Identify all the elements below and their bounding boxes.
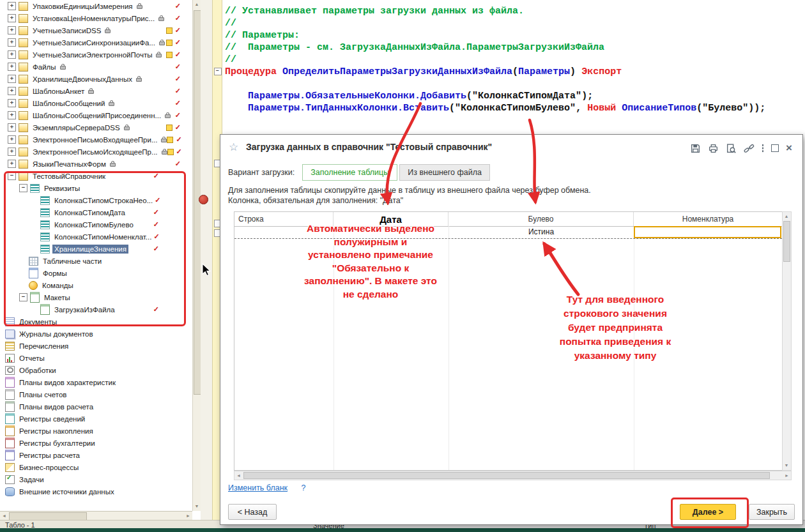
tree-item[interactable]: Регистры сведений <box>0 413 192 425</box>
variant-button[interactable]: Заполнение таблицы <box>302 164 397 181</box>
tree-item[interactable]: КолонкаСТипомБулево✓ <box>0 218 192 231</box>
expand-plus-icon[interactable]: + <box>8 111 16 119</box>
column-header[interactable]: Булево <box>448 212 634 226</box>
tree-item[interactable]: +ШаблоныСообщений✓ <box>0 97 192 109</box>
scroll-left-icon[interactable]: ◄ <box>0 512 8 520</box>
collapse-minus-icon[interactable]: − <box>8 172 16 180</box>
tree-item-label: Регистры расчета <box>17 451 82 460</box>
tree-item[interactable]: Регистры бухгалтерии <box>0 437 192 449</box>
tree-item[interactable]: +ЯзыкиПечатныхФорм✓ <box>0 158 192 170</box>
preview-icon[interactable] <box>726 143 737 154</box>
tree-item[interactable]: +УстановкаЦенНоменклатурыПрис...✓ <box>0 12 192 24</box>
active-cell[interactable] <box>634 226 781 238</box>
expand-plus-icon[interactable]: + <box>8 148 16 156</box>
maximize-icon[interactable] <box>771 144 779 152</box>
tree-item[interactable]: Регистры накопления <box>0 425 192 437</box>
tree-item[interactable]: +ЭкземплярыСервераDSS✓ <box>0 121 192 133</box>
tree-item[interactable]: −Макеты <box>0 291 192 303</box>
save-icon[interactable] <box>690 143 701 154</box>
tree-item[interactable]: +ШаблоныАнкет✓ <box>0 85 192 97</box>
tree-item[interactable]: +ХранилищеДвоичныхДанных✓ <box>0 73 192 85</box>
more-icon[interactable] <box>762 144 764 153</box>
tree-item[interactable]: +ЭлектронноеПисьмоВходящееПри...✓ <box>0 133 192 146</box>
tree-item[interactable]: КолонкаСТипомДата✓ <box>0 206 192 218</box>
close-icon[interactable]: × <box>786 144 792 153</box>
scroll-down-icon[interactable]: ▼ <box>783 461 790 470</box>
tree-item[interactable]: Отчеты <box>0 352 192 364</box>
column-header[interactable]: Строка <box>234 212 334 226</box>
expand-plus-icon[interactable]: + <box>8 2 16 10</box>
table-hscrollbar-thumb[interactable] <box>243 472 770 479</box>
bool-cell[interactable]: Истина <box>448 226 634 238</box>
tree-item[interactable]: Задачи <box>0 473 192 485</box>
variant-button[interactable]: Из внешнего файла <box>399 164 490 181</box>
scroll-right-icon[interactable]: ► <box>184 512 192 520</box>
expand-plus-icon[interactable]: + <box>8 135 16 144</box>
tree-item[interactable]: +ЭлектронноеПисьмоИсходящееПр...✓ <box>0 146 192 158</box>
tree-item[interactable]: Команды <box>0 279 192 291</box>
tree-item[interactable]: +УпаковкиЕдиницыИзмерения✓ <box>0 0 192 12</box>
expand-plus-icon[interactable]: + <box>8 26 16 34</box>
tree-item[interactable]: Внешние источники данных <box>0 485 192 498</box>
tree-item[interactable]: Документы <box>0 315 192 328</box>
scroll-right-icon[interactable]: ► <box>783 471 791 480</box>
tree-item[interactable]: Формы <box>0 267 192 279</box>
collapse-minus-icon[interactable]: − <box>19 293 27 301</box>
expand-plus-icon[interactable]: + <box>8 123 16 132</box>
table-vertical-scrollbar[interactable]: ▲ ▼ <box>782 211 792 471</box>
expand-plus-icon[interactable]: + <box>8 63 16 71</box>
tree-item[interactable]: ХранилищеЗначения✓ <box>0 243 192 255</box>
code-editor[interactable]: // Устанавливает параметры загрузки данн… <box>221 0 805 146</box>
favorite-star-icon[interactable]: ☆ <box>229 141 238 154</box>
tree-horizontal-scrollbar[interactable]: ◄ ► <box>0 511 192 521</box>
check-mark-icon: ✓ <box>175 100 181 107</box>
tree-item[interactable]: КолонкаСТипомНоменклат...✓ <box>0 231 192 243</box>
tree-item[interactable]: Обработки <box>0 364 192 376</box>
column-header[interactable]: Дата <box>334 212 448 226</box>
expand-plus-icon[interactable]: + <box>8 160 16 168</box>
tree-item[interactable]: −Реквизиты <box>0 182 192 194</box>
expand-plus-icon[interactable]: + <box>8 75 16 83</box>
scroll-down-icon[interactable]: ▼ <box>193 502 201 511</box>
expand-plus-icon[interactable]: + <box>8 50 16 59</box>
tree-item[interactable]: ЗагрузкаИзФайла✓ <box>0 303 192 315</box>
next-button[interactable]: Далее > <box>680 504 736 520</box>
expand-plus-icon[interactable]: + <box>8 99 16 107</box>
tree-item[interactable]: +УчетныеЗаписиDSS✓ <box>0 24 192 36</box>
scroll-up-icon[interactable]: ▲ <box>783 212 790 221</box>
tree-item[interactable]: КолонкаСТипомСтрокаНео...✓ <box>0 194 192 206</box>
tree-item[interactable]: Бизнес-процессы <box>0 461 192 473</box>
tree-item[interactable]: Планы видов характеристик <box>0 376 192 388</box>
expand-plus-icon[interactable]: + <box>8 14 16 22</box>
table-vscrollbar-thumb[interactable] <box>783 221 790 262</box>
link-icon[interactable] <box>744 143 755 154</box>
tree-item[interactable]: +УчетныеЗаписиСинхронизацииФа...✓ <box>0 36 192 49</box>
scroll-left-icon[interactable]: ◄ <box>234 471 243 480</box>
table-row[interactable]: Истина <box>234 226 782 239</box>
fold-collapse-icon[interactable]: − <box>214 68 222 75</box>
help-link[interactable]: ? <box>302 483 306 492</box>
edit-blank-link[interactable]: Изменить бланк <box>228 483 288 492</box>
back-button[interactable]: < Назад <box>228 504 277 520</box>
tree-item[interactable]: Планы счетов <box>0 388 192 400</box>
collapse-minus-icon[interactable]: − <box>19 184 27 192</box>
column-header[interactable]: Номенклатура <box>634 212 782 226</box>
tree-item[interactable]: Планы видов расчета <box>0 400 192 413</box>
tree-item[interactable]: +Файлы✓ <box>0 61 192 73</box>
tree-vertical-scrollbar[interactable]: ▲ ▼ <box>192 0 201 511</box>
scroll-up-icon[interactable]: ▲ <box>193 0 201 9</box>
close-button[interactable]: Закрыть <box>749 504 795 520</box>
tree-item[interactable]: +УчетныеЗаписиЭлектроннойПочты✓ <box>0 49 192 61</box>
tree-item[interactable]: Регистры расчета <box>0 449 192 461</box>
tree-item[interactable]: Журналы документов <box>0 328 192 340</box>
tree-item[interactable]: Перечисления <box>0 340 192 352</box>
table-horizontal-scrollbar[interactable]: ◄ ► <box>234 471 792 480</box>
tablo-tab[interactable]: Табло - 1 <box>5 521 35 529</box>
panel-splitter[interactable] <box>201 0 212 520</box>
expand-plus-icon[interactable]: + <box>8 87 16 95</box>
print-icon[interactable] <box>708 143 719 154</box>
tree-item[interactable]: Табличные части <box>0 255 192 267</box>
expand-plus-icon[interactable]: + <box>8 38 16 47</box>
tree-item[interactable]: −ТестовыйСправочник✓ <box>0 170 192 182</box>
tree-item[interactable]: +ШаблоныСообщенийПрисоединенн...✓ <box>0 109 192 121</box>
